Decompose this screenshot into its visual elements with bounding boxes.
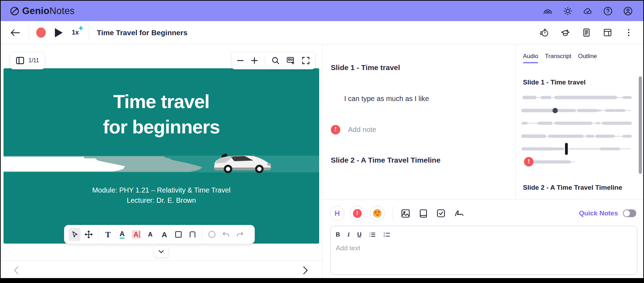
alert-icon: ! (331, 125, 340, 134)
audio-scrollbar[interactable] (639, 76, 642, 174)
text-tool-icon: T (105, 231, 111, 239)
select-tool[interactable] (69, 228, 81, 241)
back-button[interactable] (9, 29, 21, 37)
next-slide-button[interactable] (298, 263, 312, 277)
stopwatch-icon[interactable] (539, 28, 549, 37)
zoom-controls (231, 52, 315, 69)
underline-text-icon: A (120, 230, 125, 239)
undo-button[interactable] (220, 228, 232, 241)
audio-waveform-row[interactable]: ! (523, 156, 631, 169)
brightness-icon[interactable] (563, 6, 573, 16)
tab-outline[interactable]: Outline (578, 53, 597, 63)
audio-waveform-row[interactable] (523, 130, 631, 143)
notes-slide2-heading[interactable]: Slide 2 - A Time Travel Timeline (331, 156, 508, 165)
genio-logo-icon (10, 6, 19, 16)
toolbar-divider (89, 25, 89, 40)
insert-image-button[interactable] (401, 209, 410, 218)
zoom-out-icon[interactable] (236, 57, 244, 64)
redo-icon (236, 230, 244, 239)
cloud-sync-icon[interactable] (583, 6, 593, 16)
ellipse-tool[interactable] (206, 228, 218, 241)
audio-waveform-row[interactable] (523, 143, 631, 156)
chevron-right-icon (303, 266, 308, 275)
heading-insert-button[interactable]: H (330, 206, 345, 221)
text-style-b-tool[interactable]: A (158, 228, 170, 241)
highlight-text-tool[interactable]: A (130, 228, 142, 241)
playback-toolbar: 1x Time Travel for Beginners (1, 21, 643, 44)
search-icon[interactable] (271, 56, 280, 65)
numbered-list-button[interactable]: 1 2 (383, 232, 390, 238)
collapse-slide-button[interactable] (153, 246, 169, 258)
insert-toolbar-divider (393, 207, 393, 220)
layout-icon[interactable] (603, 28, 612, 37)
chevron-left-icon (14, 266, 19, 275)
brand-logo[interactable]: GenioNotes (10, 6, 75, 17)
zoom-in-icon[interactable] (251, 57, 258, 64)
slide-canvas[interactable]: Time travel for beginners (4, 68, 319, 244)
help-icon[interactable] (603, 6, 613, 16)
highlight-text-icon: A (132, 230, 140, 239)
rainbow-icon[interactable] (543, 6, 553, 16)
insert-flashcard-button[interactable] (419, 209, 428, 218)
bold-button[interactable]: B (336, 231, 340, 238)
annotation-divider (98, 228, 99, 241)
summary-notes-icon[interactable] (582, 28, 591, 37)
audio-waveform-row[interactable] (523, 91, 631, 104)
brand-bold: Genio (22, 6, 50, 16)
capture-slide-icon[interactable] (286, 56, 295, 65)
audio-waveform-row[interactable] (523, 117, 631, 130)
record-button[interactable] (36, 27, 46, 38)
quick-notes-toggle[interactable] (623, 209, 636, 217)
toggle-knob (624, 210, 630, 216)
tab-audio[interactable]: Audio (523, 53, 538, 63)
signature-icon (454, 209, 464, 218)
slide-footer-text: Module: PHY 1.21 – Relativity & Time Tra… (4, 185, 319, 206)
text-style-a-tool[interactable]: A (144, 228, 156, 241)
previous-slide-button[interactable] (9, 263, 23, 277)
redo-button[interactable] (234, 228, 246, 241)
audio-panel: Audio Transcript Outline Slide 1 - Time … (515, 44, 643, 200)
underline-text-tool[interactable]: A (116, 228, 128, 241)
rectangle-icon (175, 231, 182, 238)
bullet-list-button[interactable] (369, 232, 376, 238)
underline-button[interactable]: U (357, 231, 361, 238)
add-note-row[interactable]: ! Add note (331, 125, 508, 134)
toolbar-divider (29, 25, 29, 40)
insert-signature-button[interactable] (454, 209, 464, 218)
text-b-icon: A (162, 231, 167, 238)
image-icon (401, 209, 410, 218)
fullscreen-icon[interactable] (302, 56, 310, 65)
notes-slide1-heading[interactable]: Slide 1 - Time travel (331, 63, 508, 72)
italic-button[interactable]: I (347, 231, 350, 238)
ellipse-icon (208, 230, 216, 239)
more-menu-icon[interactable] (624, 28, 633, 37)
note-text[interactable]: I can type as much as I like (344, 94, 508, 103)
note-editor-area: H ! (323, 200, 643, 278)
insert-checkbox-button[interactable] (436, 209, 446, 218)
move-icon (84, 230, 93, 239)
play-button[interactable] (55, 28, 63, 37)
audio-waveform-row[interactable] (523, 104, 631, 117)
notes-panel: Slide 1 - Time travel I can type as much… (323, 44, 515, 200)
alert-insert-button[interactable]: ! (350, 206, 365, 221)
chevron-down-icon (158, 250, 164, 253)
playback-speed-button[interactable]: 1x (72, 29, 79, 36)
document-title[interactable]: Time Travel for Beginners (97, 29, 188, 37)
audio-slide2-heading: Slide 2 - A Time Travel Timeline (523, 183, 631, 192)
text-editor[interactable]: B I U 1 2 Add text (330, 226, 637, 275)
text-tool[interactable]: T (102, 228, 114, 241)
screen: GenioNotes (0, 0, 644, 283)
pointer-icon (71, 231, 78, 238)
tab-transcript[interactable]: Transcript (545, 53, 571, 63)
account-icon[interactable] (623, 6, 633, 16)
emoji-insert-button[interactable] (370, 206, 385, 221)
checkbox-icon (436, 209, 446, 218)
annotation-toolbar: T A A A A (64, 225, 255, 244)
flashcard-icon (419, 209, 428, 218)
frame-tool[interactable] (187, 228, 198, 241)
rectangle-tool[interactable] (172, 228, 184, 241)
page-indicator[interactable]: 1/11 (10, 52, 45, 69)
brand-light: Notes (50, 6, 75, 16)
study-mode-icon[interactable] (561, 28, 570, 37)
move-tool[interactable] (83, 228, 95, 241)
